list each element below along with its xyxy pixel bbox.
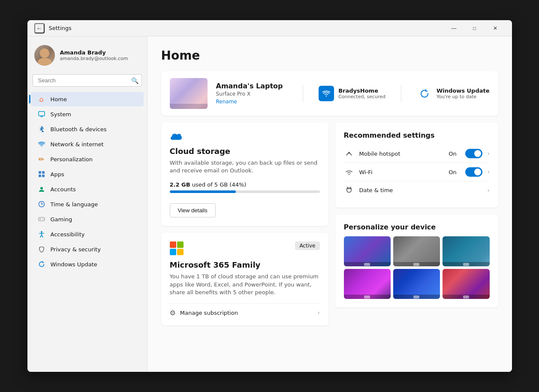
search-input[interactable] bbox=[33, 74, 142, 87]
hotspot-chevron-icon: › bbox=[488, 151, 490, 157]
window-controls: — □ ✕ bbox=[444, 22, 505, 35]
cloud-storage-card: Cloud storage With available storage, yo… bbox=[161, 123, 328, 226]
svg-rect-0 bbox=[39, 112, 45, 116]
system-icon bbox=[38, 110, 45, 118]
minimize-button[interactable]: — bbox=[444, 22, 464, 35]
mobile-hotspot-toggle[interactable] bbox=[465, 149, 482, 158]
wifi-status: Connected, secured bbox=[338, 94, 385, 100]
divider bbox=[303, 85, 303, 102]
wallpaper-5[interactable] bbox=[393, 269, 440, 299]
update-sub: You're up to date bbox=[437, 94, 490, 100]
sidebar-item-personalization-label: Personalization bbox=[51, 156, 93, 163]
wifi-toggle[interactable] bbox=[465, 167, 482, 177]
storage-bar-container: 2.2 GB used of 5 GB (44%) bbox=[170, 181, 320, 193]
accounts-icon bbox=[38, 185, 45, 193]
sidebar-item-bluetooth[interactable]: Bluetooth & devices bbox=[31, 122, 144, 136]
sidebar-item-network[interactable]: Network & internet bbox=[31, 137, 144, 151]
gear-icon: ⚙ bbox=[170, 309, 176, 317]
svg-point-16 bbox=[43, 219, 44, 220]
wifi-row[interactable]: Wi-Fi On › bbox=[344, 163, 490, 181]
sidebar-item-time[interactable]: Time & language bbox=[31, 197, 144, 211]
avatar-image bbox=[34, 45, 55, 66]
network-icon bbox=[38, 140, 45, 148]
search-box: 🔍 bbox=[33, 74, 142, 87]
sidebar: Amanda Brady amanda.brady@outlook.com 🔍 … bbox=[27, 36, 148, 372]
accessibility-icon bbox=[38, 230, 45, 238]
m365-header: Active bbox=[170, 241, 320, 255]
app-body: Amanda Brady amanda.brady@outlook.com 🔍 … bbox=[27, 36, 512, 372]
wifi-icon bbox=[319, 86, 334, 101]
sidebar-item-home-label: Home bbox=[51, 96, 67, 103]
device-thumbnail bbox=[170, 78, 208, 109]
avatar bbox=[34, 45, 55, 66]
apps-icon bbox=[38, 170, 45, 178]
wallpaper-6[interactable] bbox=[443, 269, 489, 299]
cloud-storage-title: Cloud storage bbox=[170, 147, 320, 156]
main-content: Home Amanda's Laptop Surface Pro X Renam… bbox=[148, 36, 512, 372]
window-title: Settings bbox=[49, 25, 72, 31]
user-section: Amanda Brady amanda.brady@outlook.com bbox=[27, 42, 147, 72]
device-rename-link[interactable]: Rename bbox=[216, 99, 237, 105]
sidebar-item-system-label: System bbox=[51, 111, 71, 118]
cloud-storage-desc: With available storage, you can back up … bbox=[170, 159, 320, 175]
titlebar: ← Settings — □ ✕ bbox=[27, 20, 512, 36]
sidebar-item-system[interactable]: System bbox=[31, 107, 144, 121]
search-button[interactable]: 🔍 bbox=[131, 77, 139, 84]
manage-subscription-label: Manage subscription bbox=[180, 310, 313, 316]
privacy-icon bbox=[38, 245, 45, 253]
personalize-title: Personalize your device bbox=[344, 223, 490, 231]
manage-subscription-row[interactable]: ⚙ Manage subscription › bbox=[170, 303, 320, 317]
svg-rect-6 bbox=[39, 175, 41, 177]
ms-logo-yellow bbox=[177, 249, 184, 255]
svg-rect-1 bbox=[40, 116, 43, 117]
user-name: Amanda Brady bbox=[60, 49, 128, 56]
windows-update-icon bbox=[417, 86, 432, 101]
storage-label: 2.2 GB used of 5 GB (44%) bbox=[170, 181, 320, 188]
svg-point-8 bbox=[40, 187, 43, 190]
update-icon bbox=[38, 260, 45, 268]
microsoft-logo bbox=[170, 241, 184, 255]
datetime-label: Date & time bbox=[359, 187, 482, 193]
gaming-icon bbox=[38, 215, 45, 223]
sidebar-item-accounts[interactable]: Accounts bbox=[31, 182, 144, 196]
right-column: Recommended settings Mobile hotspot bbox=[335, 123, 498, 326]
mobile-hotspot-row[interactable]: Mobile hotspot On › bbox=[344, 145, 490, 163]
update-title: Windows Update bbox=[437, 87, 490, 94]
wallpaper-3[interactable] bbox=[443, 236, 489, 266]
m365-card: Active Microsoft 365 Family You have 1 T… bbox=[161, 233, 328, 326]
back-button[interactable]: ← bbox=[34, 23, 45, 33]
datetime-chevron-icon: › bbox=[488, 187, 490, 193]
cloud-icon bbox=[170, 131, 320, 143]
wifi-setting-icon bbox=[344, 168, 354, 177]
sidebar-item-apps-label: Apps bbox=[51, 171, 64, 178]
update-area: Windows Update You're up to date bbox=[417, 86, 490, 101]
close-button[interactable]: ✕ bbox=[485, 22, 505, 35]
view-details-button[interactable]: View details bbox=[170, 203, 216, 217]
hotspot-icon bbox=[344, 149, 354, 158]
maximize-button[interactable]: □ bbox=[465, 22, 485, 35]
datetime-row[interactable]: Date & time › bbox=[344, 181, 490, 199]
page-title: Home bbox=[161, 48, 498, 63]
sidebar-item-privacy[interactable]: Privacy & security bbox=[31, 242, 144, 256]
svg-line-21 bbox=[42, 235, 43, 237]
sidebar-item-gaming[interactable]: Gaming bbox=[31, 212, 144, 226]
sidebar-item-personalization[interactable]: ✏️ Personalization bbox=[31, 152, 144, 166]
sidebar-item-time-label: Time & language bbox=[51, 201, 98, 208]
sidebar-item-accessibility[interactable]: Accessibility bbox=[31, 227, 144, 241]
sidebar-item-update-label: Windows Update bbox=[51, 261, 97, 268]
settings-window: ← Settings — □ ✕ Amanda Brady amanda.bra… bbox=[27, 20, 512, 372]
wallpaper-2[interactable] bbox=[393, 236, 440, 266]
sidebar-item-apps[interactable]: Apps bbox=[31, 167, 144, 181]
svg-point-15 bbox=[42, 219, 43, 220]
mobile-hotspot-status: On bbox=[449, 151, 456, 157]
ms-logo-red bbox=[170, 241, 176, 248]
device-card: Amanda's Laptop Surface Pro X Rename bbox=[161, 71, 498, 116]
personalization-icon: ✏️ bbox=[38, 155, 45, 163]
sidebar-item-update[interactable]: Windows Update bbox=[31, 257, 144, 271]
personalize-card: Personalize your device bbox=[335, 214, 498, 308]
wallpaper-4[interactable] bbox=[344, 269, 391, 299]
active-badge: Active bbox=[295, 241, 319, 250]
sidebar-item-home[interactable]: ⌂ Home bbox=[31, 92, 144, 106]
user-info: Amanda Brady amanda.brady@outlook.com bbox=[60, 49, 128, 61]
wallpaper-1[interactable] bbox=[344, 236, 391, 266]
